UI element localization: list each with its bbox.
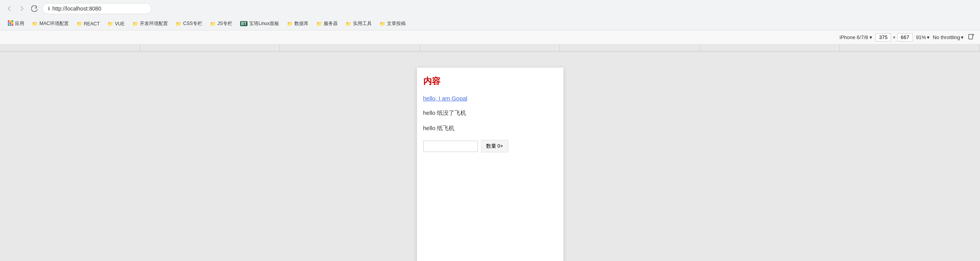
bookmark-label: 实用工具 bbox=[353, 20, 372, 27]
throttle-dropdown-arrow: ▾ bbox=[961, 34, 964, 40]
forward-button[interactable] bbox=[17, 4, 27, 13]
content-link[interactable]: hello, I am Gopal bbox=[423, 95, 557, 102]
ruler-strip bbox=[0, 45, 980, 52]
zoom-selector[interactable]: 91% ▾ bbox=[916, 34, 930, 40]
bookmark-label: CSS专栏 bbox=[183, 20, 202, 27]
svg-rect-1 bbox=[10, 20, 11, 22]
bookmark-label: MAC环境配置 bbox=[39, 20, 69, 27]
svg-rect-6 bbox=[8, 24, 9, 26]
bookmark-label: 文章投稿 bbox=[387, 20, 406, 27]
folder-icon: 📁 bbox=[316, 21, 322, 27]
bookmark-label: 服务器 bbox=[324, 20, 338, 27]
bookmark-server[interactable]: 📁 服务器 bbox=[313, 19, 341, 28]
nav-bar: ℹ http://localhost:8080 bbox=[0, 0, 980, 17]
folder-icon: 📁 bbox=[107, 21, 113, 27]
bookmark-label: 数据库 bbox=[294, 20, 308, 27]
folder-icon: 📁 bbox=[132, 21, 138, 27]
quantity-button[interactable]: 数量 0+ bbox=[481, 140, 508, 152]
svg-rect-0 bbox=[8, 20, 9, 22]
svg-rect-2 bbox=[12, 20, 13, 22]
lock-icon: ℹ bbox=[48, 6, 50, 11]
folder-icon: 📁 bbox=[176, 21, 182, 27]
svg-rect-4 bbox=[10, 22, 11, 24]
bookmark-apps[interactable]: 应用 bbox=[5, 19, 27, 28]
ruler-seg-2 bbox=[140, 45, 280, 51]
bookmark-label: REACT bbox=[84, 21, 100, 27]
bt-icon: BT bbox=[240, 21, 248, 26]
devtools-bar: iPhone 6/7/8 ▾ × 91% ▾ No throttling ▾ bbox=[0, 30, 980, 45]
ruler-seg-3 bbox=[280, 45, 420, 51]
bookmark-database[interactable]: 📁 数据库 bbox=[284, 19, 312, 28]
reload-button[interactable] bbox=[30, 4, 39, 13]
svg-rect-8 bbox=[12, 24, 13, 26]
bookmark-label: 宝塔Linux面板 bbox=[249, 20, 279, 27]
width-input[interactable] bbox=[875, 33, 891, 41]
content-text-2: hello 纸飞机 bbox=[423, 125, 557, 132]
device-selector[interactable]: iPhone 6/7/8 ▾ bbox=[839, 34, 872, 40]
device-label: iPhone 6/7/8 bbox=[839, 34, 868, 40]
folder-icon: 📁 bbox=[210, 21, 216, 27]
ruler-seg-4 bbox=[420, 45, 560, 51]
url-text: http://localhost:8080 bbox=[52, 5, 101, 12]
svg-rect-9 bbox=[969, 34, 973, 39]
bookmark-articles[interactable]: 📁 文章投稿 bbox=[376, 19, 409, 28]
device-dropdown-arrow: ▾ bbox=[870, 34, 872, 40]
ruler-seg-1 bbox=[0, 45, 140, 51]
bookmark-label: VUE bbox=[115, 21, 125, 27]
bookmark-label: 开发环境配置 bbox=[140, 20, 168, 27]
bookmark-css[interactable]: 📁 CSS专栏 bbox=[173, 19, 205, 28]
browser-chrome: ℹ http://localhost:8080 应用 bbox=[0, 0, 980, 52]
svg-rect-5 bbox=[12, 22, 13, 24]
folder-icon: 📁 bbox=[346, 21, 351, 27]
rotate-button[interactable] bbox=[967, 32, 975, 43]
bookmark-bt-linux[interactable]: BT 宝塔Linux面板 bbox=[237, 19, 282, 28]
ruler-seg-7 bbox=[840, 45, 980, 51]
throttle-selector[interactable]: No throttling ▾ bbox=[933, 34, 964, 40]
height-input[interactable] bbox=[897, 33, 913, 41]
bookmark-mac-env[interactable]: 📁 MAC环境配置 bbox=[29, 19, 72, 28]
mobile-viewport: 内容 hello, I am Gopal hello 纸没了飞机 hello 纸… bbox=[417, 68, 563, 261]
quantity-row: 数量 0+ bbox=[423, 140, 557, 152]
zoom-label: 91% bbox=[916, 34, 926, 40]
folder-icon: 📁 bbox=[32, 21, 38, 27]
dim-separator: × bbox=[893, 34, 896, 40]
bookmark-tools[interactable]: 📁 实用工具 bbox=[342, 19, 375, 28]
bookmark-vue[interactable]: 📁 VUE bbox=[104, 20, 128, 28]
svg-rect-3 bbox=[8, 22, 9, 24]
folder-icon: 📁 bbox=[287, 21, 293, 27]
folder-icon: 📁 bbox=[77, 21, 82, 27]
zoom-dropdown-arrow: ▾ bbox=[927, 34, 930, 40]
bookmark-dev-env[interactable]: 📁 开发环境配置 bbox=[129, 19, 171, 28]
bookmark-react[interactable]: 📁 REACT bbox=[73, 20, 103, 28]
content-title: 内容 bbox=[423, 75, 557, 87]
bookmark-label: JS专栏 bbox=[217, 20, 232, 27]
folder-icon: 📁 bbox=[380, 21, 385, 27]
throttle-label: No throttling bbox=[933, 34, 960, 40]
apps-label: 应用 bbox=[15, 20, 24, 27]
apps-grid-icon bbox=[8, 20, 13, 27]
bookmark-js[interactable]: 📁 JS专栏 bbox=[207, 19, 235, 28]
svg-rect-7 bbox=[10, 24, 11, 26]
quantity-input[interactable] bbox=[423, 141, 478, 152]
ruler-seg-6 bbox=[700, 45, 840, 51]
page-area: 内容 hello, I am Gopal hello 纸没了飞机 hello 纸… bbox=[0, 52, 980, 261]
back-button[interactable] bbox=[5, 4, 14, 13]
content-text-1: hello 纸没了飞机 bbox=[423, 109, 557, 117]
address-bar[interactable]: ℹ http://localhost:8080 bbox=[42, 3, 151, 14]
ruler-seg-5 bbox=[560, 45, 700, 51]
dimension-display: × bbox=[875, 33, 913, 41]
bookmarks-bar: 应用 📁 MAC环境配置 📁 REACT 📁 VUE 📁 开发环境配置 📁 CS… bbox=[0, 17, 980, 30]
